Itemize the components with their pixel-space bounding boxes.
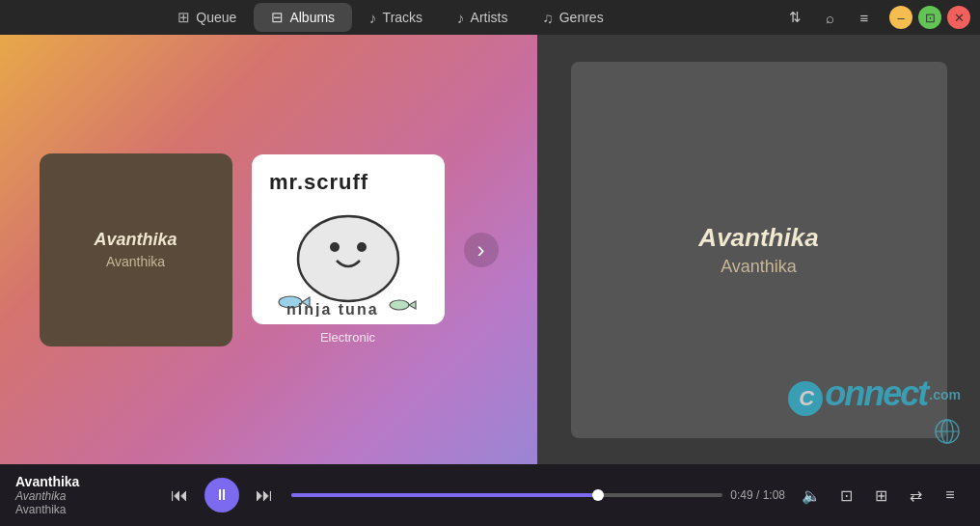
tab-tracks[interactable]: ♪ Tracks <box>352 4 440 32</box>
tab-genres-label: Genres <box>559 10 604 25</box>
svg-point-3 <box>330 242 340 252</box>
player-bar: Avanthika Avanthika Avanthika ⏮ ⏸ ⏭ 0:49… <box>0 464 980 526</box>
queue-icon: ⊞ <box>177 9 190 26</box>
track-artist: Avanthika <box>15 503 141 516</box>
album-art-scruff: mr.scruff <box>259 162 437 317</box>
titlebar: ⊞ Queue ⊟ Albums ♪ Tracks ♪ Artists ♫ Ge… <box>0 0 980 35</box>
tab-queue-label: Queue <box>196 10 236 25</box>
artists-icon: ♪ <box>457 10 465 26</box>
tab-albums[interactable]: ⊟ Albums <box>254 3 352 32</box>
svg-text:mr.scruff: mr.scruff <box>269 170 368 194</box>
search-icon: ⌕ <box>826 10 834 26</box>
album-card-scruff-wrapper: mr.scruff <box>252 154 445 345</box>
playback-controls: ⏮ ⏸ ⏭ <box>164 478 280 512</box>
main-content: Avanthika Avanthika mr.scruff <box>0 35 980 464</box>
queue-list-icon: ≡ <box>945 486 954 504</box>
prev-button[interactable]: ⏮ <box>164 480 195 511</box>
tab-artists[interactable]: ♪ Artists <box>440 4 525 32</box>
tracks-icon: ♪ <box>369 10 377 26</box>
minimize-button[interactable]: – <box>889 6 912 29</box>
album-card-scruff[interactable]: mr.scruff <box>252 154 445 324</box>
nav-tabs: ⊞ Queue ⊟ Albums ♪ Tracks ♪ Artists ♫ Ge… <box>0 3 781 32</box>
window-buttons: – ⊡ ✕ <box>889 6 980 29</box>
albums-panel: Avanthika Avanthika mr.scruff <box>0 35 537 464</box>
tab-artists-label: Artists <box>471 10 508 25</box>
next-arrow-icon: › <box>477 236 485 263</box>
prev-icon: ⏮ <box>171 485 188 506</box>
watermark-tld: .com <box>929 387 961 402</box>
player-right-controls: 🔈 ⊡ ⊞ ⇄ ≡ <box>797 481 965 510</box>
window-mode-icon-1: ⊡ <box>840 486 853 505</box>
album-genre-label: Electronic <box>320 330 375 345</box>
progress-handle[interactable] <box>592 489 604 501</box>
volume-icon: 🔈 <box>802 486 821 505</box>
play-pause-icon: ⏸ <box>214 486 230 504</box>
time-display: 0:49 / 1:08 <box>730 488 785 502</box>
track-album: Avanthika <box>15 489 141 503</box>
next-album-button[interactable]: › <box>464 233 499 267</box>
search-button[interactable]: ⌕ <box>816 4 843 31</box>
watermark: Connect .com <box>788 374 961 445</box>
albums-icon: ⊟ <box>271 9 284 26</box>
track-info: Avanthika Avanthika Avanthika <box>15 474 141 516</box>
now-playing-panel: Avanthika Avanthika Connect .com <box>537 35 980 464</box>
menu-icon: ≡ <box>860 10 869 26</box>
albums-row: Avanthika Avanthika mr.scruff <box>20 134 518 366</box>
tab-albums-label: Albums <box>289 10 335 25</box>
genres-icon: ♫ <box>542 10 553 26</box>
next-button[interactable]: ⏭ <box>249 480 280 511</box>
volume-button[interactable]: 🔈 <box>797 481 826 510</box>
album-title-1: Avanthika <box>94 230 177 250</box>
progress-fill <box>291 493 598 497</box>
svg-point-7 <box>390 300 409 310</box>
next-icon: ⏭ <box>256 485 273 506</box>
album-card-avanthika[interactable]: Avanthika Avanthika <box>40 153 232 346</box>
window-mode-button-2[interactable]: ⊞ <box>866 481 895 510</box>
close-icon: ✕ <box>954 11 965 25</box>
album-artist-1: Avanthika <box>106 254 165 269</box>
minimize-icon: – <box>897 11 904 25</box>
progress-bar[interactable] <box>291 493 722 497</box>
now-playing-artist: Avanthika <box>721 257 797 277</box>
window-mode-icon-2: ⊞ <box>875 486 887 505</box>
now-playing-title: Avanthika <box>698 223 818 253</box>
menu-button[interactable]: ≡ <box>851 4 878 31</box>
window-mode-button-1[interactable]: ⊡ <box>831 481 860 510</box>
svg-point-2 <box>298 216 398 301</box>
track-name: Avanthika <box>15 474 141 489</box>
play-pause-button[interactable]: ⏸ <box>204 478 239 512</box>
maximize-button[interactable]: ⊡ <box>918 6 941 29</box>
sort-button[interactable]: ⇅ <box>781 4 808 31</box>
tab-genres[interactable]: ♫ Genres <box>525 4 620 32</box>
watermark-brand: Connect <box>788 374 927 416</box>
sort-icon: ⇅ <box>789 9 802 26</box>
shuffle-icon: ⇄ <box>910 486 922 505</box>
maximize-icon: ⊡ <box>925 11 936 25</box>
titlebar-right-controls: ⇅ ⌕ ≡ <box>781 4 889 31</box>
watermark-globe-icon <box>788 418 961 445</box>
svg-text:ninja tuna: ninja tuna <box>286 301 379 317</box>
tab-tracks-label: Tracks <box>383 10 422 25</box>
shuffle-button[interactable]: ⇄ <box>901 481 930 510</box>
close-button[interactable]: ✕ <box>947 6 970 29</box>
tab-queue[interactable]: ⊞ Queue <box>160 3 254 32</box>
watermark-c-icon: C <box>788 381 823 416</box>
progress-area: 0:49 / 1:08 <box>291 488 785 502</box>
svg-point-4 <box>357 242 367 252</box>
queue-list-button[interactable]: ≡ <box>936 481 965 510</box>
